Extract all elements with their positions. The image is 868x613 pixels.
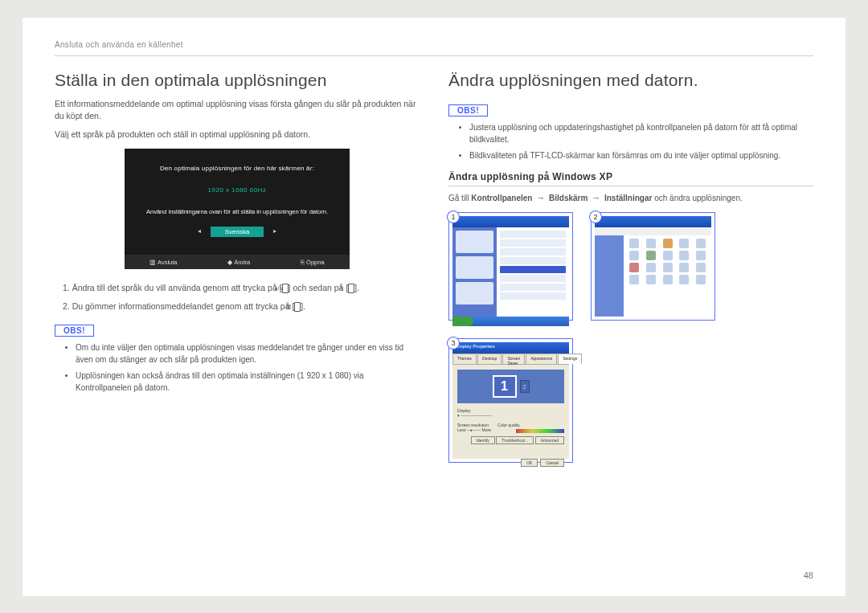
arrow-icon: →	[536, 193, 545, 202]
osd-language: Svenska	[211, 227, 264, 237]
osd-screenshot: Den optimala upplösningen för den här sk…	[125, 149, 350, 269]
step-badge-3: 3	[447, 337, 460, 349]
screenshot-grid: 1	[448, 212, 813, 463]
intro-p1: Ett informationsmeddelande om optimal up…	[55, 98, 420, 122]
obs-left-1: Om du inte väljer den optimala upplösnin…	[76, 341, 420, 366]
osd-line1: Den optimala upplösningen för den här sk…	[136, 165, 338, 172]
osd-btn-change: ◆ Ändra	[227, 259, 250, 266]
step-list: Ändra till det språk du vill använda gen…	[59, 281, 420, 313]
obs-right-1: Justera upplösning och uppdateringshasti…	[469, 121, 813, 145]
osd-btn-open: ⎘ Öppna	[301, 259, 325, 266]
step-badge-2: 2	[589, 210, 602, 223]
arrow-icon: →	[592, 193, 600, 202]
obs-right-2: Bildkvaliteten på TFT-LCD-skärmar kan fö…	[469, 149, 813, 161]
intro-p2: Välj ett språk på produkten och ställ in…	[55, 129, 420, 141]
osd-btn-exit: ▥ Avsluta	[149, 259, 177, 266]
left-column: Ställa in den optimala upplösningen Ett …	[55, 71, 420, 464]
screenshot-2-wrap: 2	[591, 212, 715, 321]
step-2: Du gömmer informationsmeddelandet genom …	[71, 300, 420, 313]
step-badge-1: 1	[447, 210, 460, 223]
section-title-left: Ställa in den optimala upplösningen	[55, 71, 420, 90]
obs-list-left: Om du inte väljer den optimala upplösnin…	[55, 341, 420, 394]
obs-left-2: Upplösningen kan också ändras till den o…	[76, 370, 420, 394]
obs-list-right: Justera upplösning och uppdateringshasti…	[448, 121, 813, 161]
step-1: Ändra till det språk du vill använda gen…	[71, 281, 420, 295]
obs-badge-left: OBS!	[55, 325, 94, 337]
osd-resolution: 1920 x 1080 60Hz	[136, 186, 338, 194]
screenshot-3-wrap: 3 Display Properties ThemesDesktop Scree…	[448, 338, 573, 463]
screenshot-2	[591, 212, 715, 321]
screenshot-1	[448, 212, 573, 321]
running-header: Ansluta och använda en källenhet	[55, 40, 813, 56]
navigation-path: Gå till Kontrollpanelen → Bildskärm → In…	[448, 191, 813, 205]
subheading-xp: Ändra upplösning på Windows XP	[448, 171, 813, 186]
right-column: Ändra upplösningen med datorn. OBS! Just…	[448, 71, 813, 464]
two-column-layout: Ställa in den optimala upplösningen Ett …	[55, 71, 813, 464]
screenshot-3: Display Properties ThemesDesktop Screen …	[448, 338, 573, 463]
manual-page: Ansluta och använda en källenhet Ställa …	[23, 18, 845, 596]
osd-button-bar: ▥ Avsluta ◆ Ändra ⎘ Öppna	[125, 255, 350, 269]
obs-badge-right: OBS!	[448, 104, 488, 116]
page-number: 48	[804, 570, 813, 580]
osd-line3: Använd inställningarna ovan för att stäl…	[136, 208, 338, 215]
screenshot-1-wrap: 1	[448, 212, 573, 321]
section-title-right: Ändra upplösningen med datorn.	[448, 71, 813, 90]
updown-icon: ∧/∨	[282, 284, 289, 293]
